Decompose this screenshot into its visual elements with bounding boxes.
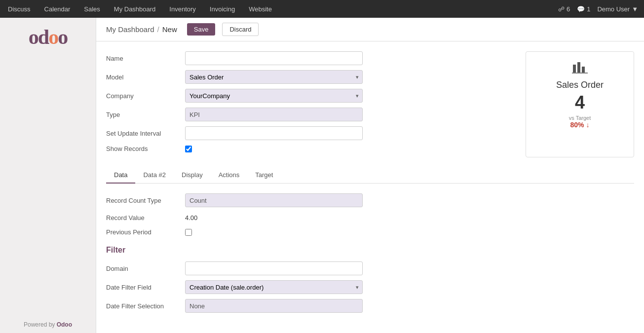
date-filter-field-row: Date Filter Field Creation Date (sale.or… — [106, 280, 634, 294]
breadcrumb: My Dashboard / New — [106, 25, 177, 34]
model-select-wrapper: Sales Order — [185, 70, 363, 84]
odoo-brand-link[interactable]: Odoo — [57, 321, 72, 328]
nav-website[interactable]: Website — [247, 5, 274, 13]
record-count-type-value: Count — [185, 193, 363, 207]
bell-icon: ☍ — [558, 5, 565, 13]
tab-actions[interactable]: Actions — [211, 167, 248, 184]
domain-input[interactable] — [185, 261, 363, 275]
record-count-type-label: Record Count Type — [106, 197, 185, 204]
svg-rect-0 — [573, 65, 576, 73]
previous-period-row: Previous Period — [106, 228, 634, 236]
record-count-type-row: Record Count Type Count — [106, 193, 634, 207]
model-select[interactable]: Sales Order — [185, 70, 363, 84]
previous-period-label: Previous Period — [106, 228, 185, 236]
record-value: 4.00 — [185, 212, 197, 223]
main-content: My Dashboard / New Save Discard Name Mod… — [96, 18, 644, 333]
nav-calendar[interactable]: Calendar — [42, 5, 73, 13]
nav-inventory[interactable]: Inventory — [167, 5, 197, 13]
notifications-count: 6 — [567, 5, 570, 13]
svg-rect-2 — [582, 67, 585, 73]
tab-target[interactable]: Target — [247, 167, 281, 184]
domain-label: Domain — [106, 265, 185, 272]
sidebar: odoo Powered by Odoo — [0, 18, 96, 333]
tab-display[interactable]: Display — [174, 167, 211, 184]
breadcrumb-current: New — [162, 25, 177, 34]
tab-data[interactable]: Data — [106, 167, 135, 184]
top-navigation: Discuss Calendar Sales My Dashboard Inve… — [0, 0, 644, 18]
breadcrumb-parent[interactable]: My Dashboard — [106, 25, 154, 34]
model-label: Model — [106, 74, 185, 81]
preview-title: Sales Order — [534, 80, 626, 90]
form-fields: Name Model Sales Order Company — [106, 51, 511, 157]
company-row: Company YourCompany — [106, 89, 511, 103]
preview-value: 4 — [534, 92, 626, 113]
chat-icon: 💬 — [577, 5, 585, 13]
preview-card: Sales Order 4 vs Target 80% ↓ — [526, 51, 634, 157]
date-filter-field-label: Date Filter Field — [106, 284, 185, 291]
form-area: Name Model Sales Order Company — [96, 41, 644, 157]
show-records-row: Show Records — [106, 145, 511, 152]
date-filter-selection-label: Date Filter Selection — [106, 302, 185, 310]
toolbar: My Dashboard / New Save Discard — [96, 18, 644, 41]
type-row: Type KPI — [106, 108, 511, 121]
chevron-down-icon: ▼ — [632, 5, 638, 13]
discard-button[interactable]: Discard — [222, 23, 259, 36]
model-row: Model Sales Order — [106, 70, 511, 84]
nav-my-dashboard[interactable]: My Dashboard — [112, 5, 158, 13]
tabs: Data Data #2 Display Actions Target — [106, 167, 634, 184]
record-value-label: Record Value — [106, 214, 185, 222]
filter-section: Filter Domain Date Filter Field Creation… — [106, 246, 634, 313]
preview-percent: 80% ↓ — [534, 121, 626, 129]
nav-sales[interactable]: Sales — [82, 5, 102, 13]
record-value-row: Record Value 4.00 — [106, 212, 634, 223]
user-label: Demo User — [597, 5, 630, 13]
date-filter-selection-row: Date Filter Selection None — [106, 299, 634, 313]
date-filter-selection-value: None — [185, 299, 363, 313]
messages[interactable]: 💬 1 — [577, 5, 590, 13]
company-label: Company — [106, 92, 185, 100]
update-interval-label: Set Update Interval — [106, 130, 185, 137]
date-filter-field-select[interactable]: Creation Date (sale.order) — [185, 280, 363, 294]
tab-content-data: Record Count Type Count Record Value 4.0… — [96, 184, 644, 313]
tabs-area: Data Data #2 Display Actions Target — [96, 157, 644, 184]
notifications[interactable]: ☍ 6 — [558, 5, 570, 13]
filter-title: Filter — [106, 246, 634, 255]
update-interval-input[interactable] — [185, 126, 363, 140]
messages-count: 1 — [587, 5, 590, 13]
name-input[interactable] — [185, 51, 363, 65]
preview-vs-target: vs Target — [534, 115, 626, 121]
nav-invoicing[interactable]: Invoicing — [208, 5, 237, 13]
nav-discuss[interactable]: Discuss — [6, 5, 33, 13]
logo: odoo — [29, 27, 67, 47]
previous-period-checkbox[interactable] — [185, 229, 192, 236]
update-interval-row: Set Update Interval — [106, 126, 511, 140]
user-menu[interactable]: Demo User ▼ — [597, 5, 638, 13]
name-label: Name — [106, 55, 185, 62]
down-arrow-icon: ↓ — [586, 121, 589, 129]
company-select-wrapper: YourCompany — [185, 89, 363, 103]
svg-rect-1 — [577, 62, 580, 73]
show-records-label: Show Records — [106, 145, 185, 152]
breadcrumb-separator: / — [157, 25, 159, 34]
name-row: Name — [106, 51, 511, 65]
type-label: Type — [106, 111, 185, 118]
save-button[interactable]: Save — [187, 23, 216, 36]
date-filter-field-wrapper: Creation Date (sale.order) — [185, 280, 363, 294]
topnav-right: ☍ 6 💬 1 Demo User ▼ — [558, 5, 638, 13]
company-select[interactable]: YourCompany — [185, 89, 363, 103]
tab-data2[interactable]: Data #2 — [135, 167, 174, 184]
show-records-checkbox[interactable] — [185, 146, 192, 152]
bar-chart-icon — [534, 60, 626, 77]
sidebar-footer: Powered by Odoo — [19, 316, 77, 333]
type-value: KPI — [185, 108, 363, 121]
domain-row: Domain — [106, 261, 634, 275]
